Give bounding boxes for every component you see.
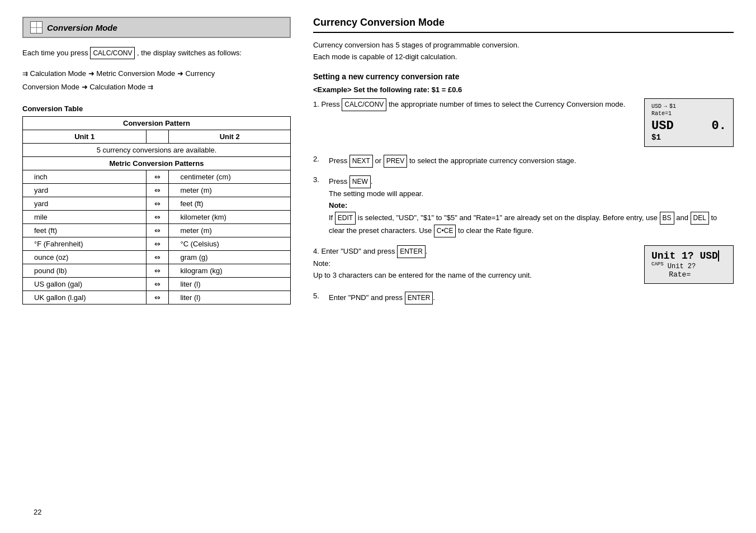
metric-subheader: Metric Conversion Patterns <box>23 157 291 170</box>
arrow-cell: ⇔ <box>147 237 169 251</box>
arrow-cell: ⇔ <box>147 251 169 264</box>
arrow-cell: ⇔ <box>147 184 169 197</box>
intro-after: , the display switches as follows: <box>137 49 242 57</box>
step-2-prev-key: PREV <box>384 155 408 168</box>
ds1-rate: Rate=1 <box>651 111 726 117</box>
display-screen-1: USD → $1 Rate=1 USD 0. $1 <box>644 98 734 147</box>
step-4: 4. Enter "USD" and press ENTER. Note: Up… <box>313 245 734 284</box>
arrow-cell: ⇔ <box>147 264 169 278</box>
intro-line2: Each mode is capable of 12-digit calcula… <box>313 51 734 63</box>
example-text: Set the following rate: $1 = £0.6 <box>353 85 462 94</box>
intro-before: Each time you press <box>22 49 88 57</box>
step-4-content: 4. Enter "USD" and press ENTER. Note: Up… <box>313 245 635 284</box>
table-row: feet (ft) ⇔ meter (m) <box>23 224 291 237</box>
unit2-cell: °C (Celsius) <box>169 237 291 251</box>
step-1-key: CALC/CONV <box>342 98 386 111</box>
arrow1: ➜ <box>88 69 97 78</box>
table-row: US gallon (gal) ⇔ liter (l) <box>23 278 291 291</box>
section-header: Conversion Mode <box>22 17 291 38</box>
col2-header: Unit 2 <box>169 130 291 144</box>
ds1-usd: USD <box>651 103 662 110</box>
ds1-arrow: → <box>664 103 667 110</box>
currency-title: Currency Conversion Mode <box>313 17 734 33</box>
section-title: Conversion Mode <box>47 23 117 32</box>
ds2-line2: CAPS Unit 2? <box>651 261 726 270</box>
step-1-press: Press <box>321 100 342 108</box>
ds1-main-zero: 0. <box>712 119 726 133</box>
arrow-cell: ⇔ <box>147 291 169 304</box>
ds1-main-usd: USD <box>651 119 674 133</box>
step-3: 3. Press NEW. The setting mode will appe… <box>313 175 734 237</box>
step-2-num: 2. <box>313 155 322 163</box>
grid-icon <box>30 21 42 34</box>
table-row: pound (lb) ⇔ kilogram (kg) <box>23 264 291 278</box>
example-tag: <Example> <box>313 85 352 94</box>
step-4-num: 4. <box>313 247 321 255</box>
currency-intro: Currency conversion has 5 stages of prog… <box>313 40 734 63</box>
step-3-content: Press NEW. The setting mode will appear.… <box>329 175 734 237</box>
unit1-cell: yard <box>23 184 147 197</box>
unit1-cell: US gallon (gal) <box>23 278 147 291</box>
unit1-cell: inch <box>23 170 147 184</box>
ds1-main: USD 0. <box>651 119 726 133</box>
arrow-cell: ⇔ <box>147 170 169 184</box>
ds2-line3: Rate= <box>651 270 726 279</box>
unit1-cell: UK gallon (l.gal) <box>23 291 147 304</box>
ds2-line1: Unit 1? USD <box>651 250 726 261</box>
step-2-content: Press NEXT or PREV to select the appropr… <box>329 155 734 168</box>
unit1-cell: pound (lb) <box>23 264 147 278</box>
table-row: yard ⇔ meter (m) <box>23 184 291 197</box>
unit2-cell: gram (g) <box>169 251 291 264</box>
unit1-cell: ounce (oz) <box>23 251 147 264</box>
modes-line: ⇉ Calculation Mode ➜ Metric Conversion M… <box>22 67 291 93</box>
step-3-note-label: Note: <box>329 201 347 210</box>
right-column: Currency Conversion Mode Currency conver… <box>313 17 734 312</box>
table-row: inch ⇔ centimeter (cm) <box>23 170 291 184</box>
step-4-note-label: Note: <box>313 259 330 268</box>
unit1-cell: yard <box>23 197 147 211</box>
calcconv-key: CALC/CONV <box>90 47 135 59</box>
conversion-table: Conversion Pattern Unit 1 Unit 2 5 curre… <box>22 116 291 304</box>
unit1-cell: °F (Fahrenheit) <box>23 237 147 251</box>
ds1-top: USD → $1 <box>651 103 726 110</box>
arrow3: ➜ <box>82 83 90 91</box>
conversion-table-section: Conversion Table Conversion Pattern Unit… <box>22 104 291 304</box>
ds1-dollar: $1 <box>669 103 676 110</box>
step-5: 5. Enter "PND" and press ENTER. <box>313 292 734 304</box>
left-column: Conversion Mode Each time you press CALC… <box>22 17 291 312</box>
table-row: yard ⇔ feet (ft) <box>23 197 291 211</box>
step-3-bs-key: BS <box>660 212 674 225</box>
step-1-text: the appropriate number of times to selec… <box>389 100 625 108</box>
arrow-cell: ⇔ <box>147 197 169 211</box>
step-4-enter-key: ENTER <box>397 245 426 258</box>
step-1-num: 1. <box>313 100 321 108</box>
unit2-cell: centimeter (cm) <box>169 170 291 184</box>
table-row: UK gallon (l.gal) ⇔ liter (l) <box>23 291 291 304</box>
unit2-cell: kilometer (km) <box>169 211 291 224</box>
step-5-enter-key: ENTER <box>405 292 433 304</box>
table-row: ounce (oz) ⇔ gram (g) <box>23 251 291 264</box>
ds1-sub: $1 <box>651 133 726 142</box>
unit2-cell: feet (ft) <box>169 197 291 211</box>
arrow-header <box>147 130 169 144</box>
table-row: °F (Fahrenheit) ⇔ °C (Celsius) <box>23 237 291 251</box>
triple-arrow-icon: ⇉ <box>22 70 28 78</box>
step-1: 1. Press CALC/CONV the appropriate numbe… <box>313 98 734 147</box>
step-3-del-key: DEL <box>691 212 709 225</box>
avail-text: 5 currency conversions are available. <box>23 144 291 157</box>
step-3-new-key: NEW <box>349 175 371 188</box>
step-3-num: 3. <box>313 175 322 184</box>
arrow2: ➜ <box>177 69 186 78</box>
step-1-content: 1. Press CALC/CONV the appropriate numbe… <box>313 98 635 147</box>
arrow-cell: ⇔ <box>147 278 169 291</box>
display-screen-2: Unit 1? USD CAPS Unit 2? Rate= <box>644 245 734 284</box>
arrow-cell: ⇔ <box>147 224 169 237</box>
pattern-header: Conversion Pattern <box>23 117 291 130</box>
step-3-edit-key: EDIT <box>335 212 356 225</box>
example-label: <Example> Set the following rate: $1 = £… <box>313 85 734 94</box>
subsection-title: Setting a new currency conversion rate <box>313 72 734 81</box>
arrow-cell: ⇔ <box>147 211 169 224</box>
page-number: 22 <box>34 508 41 516</box>
unit2-cell: meter (m) <box>169 224 291 237</box>
conversion-table-title: Conversion Table <box>22 104 291 113</box>
